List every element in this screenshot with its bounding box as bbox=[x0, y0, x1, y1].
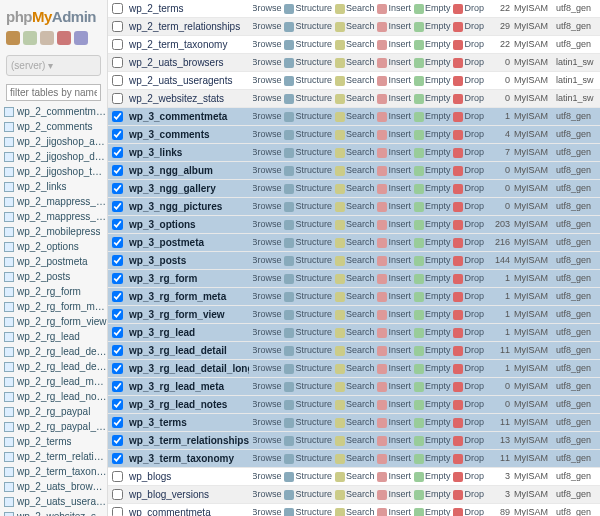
search-action[interactable]: Search bbox=[335, 399, 375, 411]
row-checkbox[interactable] bbox=[112, 201, 123, 212]
browse-action[interactable]: Browse bbox=[253, 237, 281, 249]
sidebar-item[interactable]: wp_2_jigoshop_downloadabl bbox=[4, 149, 107, 164]
drop-action[interactable]: Drop bbox=[453, 399, 484, 411]
table-name[interactable]: wp_3_rg_lead bbox=[129, 326, 249, 339]
table-name[interactable]: wp_2_terms bbox=[129, 2, 249, 15]
drop-action[interactable]: Drop bbox=[453, 327, 484, 339]
drop-action[interactable]: Drop bbox=[453, 219, 484, 231]
table-name[interactable]: wp_2_term_relationships bbox=[129, 20, 249, 33]
search-action[interactable]: Search bbox=[335, 507, 375, 516]
empty-action[interactable]: Empty bbox=[414, 237, 451, 249]
drop-action[interactable]: Drop bbox=[453, 309, 484, 321]
structure-action[interactable]: Structure bbox=[284, 435, 332, 447]
sidebar-item[interactable]: wp_2_uats_browsers bbox=[4, 479, 107, 494]
sidebar-item[interactable]: wp_2_commentmeta bbox=[4, 104, 107, 119]
insert-action[interactable]: Insert bbox=[377, 507, 411, 516]
table-name[interactable]: wp_3_links bbox=[129, 146, 249, 159]
row-checkbox[interactable] bbox=[112, 75, 123, 86]
drop-action[interactable]: Drop bbox=[453, 273, 484, 285]
insert-action[interactable]: Insert bbox=[377, 417, 411, 429]
structure-action[interactable]: Structure bbox=[284, 453, 332, 465]
insert-action[interactable]: Insert bbox=[377, 345, 411, 357]
empty-action[interactable]: Empty bbox=[414, 219, 451, 231]
structure-action[interactable]: Structure bbox=[284, 75, 332, 87]
row-checkbox[interactable] bbox=[112, 165, 123, 176]
search-action[interactable]: Search bbox=[335, 471, 375, 483]
empty-action[interactable]: Empty bbox=[414, 453, 451, 465]
structure-action[interactable]: Structure bbox=[284, 507, 332, 516]
drop-action[interactable]: Drop bbox=[453, 453, 484, 465]
search-action[interactable]: Search bbox=[335, 417, 375, 429]
sidebar-item[interactable]: wp_2_websitez_stats bbox=[4, 509, 107, 516]
sidebar-item[interactable]: wp_2_rg_lead_notes bbox=[4, 389, 107, 404]
drop-action[interactable]: Drop bbox=[453, 93, 484, 105]
row-checkbox[interactable] bbox=[112, 237, 123, 248]
browse-action[interactable]: Browse bbox=[253, 129, 281, 141]
structure-action[interactable]: Structure bbox=[284, 165, 332, 177]
browse-action[interactable]: Browse bbox=[253, 183, 281, 195]
structure-action[interactable]: Structure bbox=[284, 255, 332, 267]
row-checkbox[interactable] bbox=[112, 111, 123, 122]
row-checkbox[interactable] bbox=[112, 291, 123, 302]
browse-action[interactable]: Browse bbox=[253, 219, 281, 231]
browse-action[interactable]: Browse bbox=[253, 417, 281, 429]
empty-action[interactable]: Empty bbox=[414, 183, 451, 195]
browse-action[interactable]: Browse bbox=[253, 3, 281, 15]
search-action[interactable]: Search bbox=[335, 201, 375, 213]
search-action[interactable]: Search bbox=[335, 489, 375, 501]
drop-action[interactable]: Drop bbox=[453, 39, 484, 51]
row-checkbox[interactable] bbox=[112, 489, 123, 500]
server-selector[interactable]: (server) ▾ bbox=[6, 55, 101, 76]
structure-action[interactable]: Structure bbox=[284, 291, 332, 303]
empty-action[interactable]: Empty bbox=[414, 399, 451, 411]
table-name[interactable]: wp_3_ngg_gallery bbox=[129, 182, 249, 195]
row-checkbox[interactable] bbox=[112, 417, 123, 428]
filter-input[interactable] bbox=[6, 84, 101, 101]
sidebar-item[interactable]: wp_2_rg_form_view bbox=[4, 314, 107, 329]
insert-action[interactable]: Insert bbox=[377, 93, 411, 105]
search-action[interactable]: Search bbox=[335, 111, 375, 123]
drop-action[interactable]: Drop bbox=[453, 381, 484, 393]
drop-action[interactable]: Drop bbox=[453, 129, 484, 141]
row-checkbox[interactable] bbox=[112, 399, 123, 410]
row-checkbox[interactable] bbox=[112, 129, 123, 140]
insert-action[interactable]: Insert bbox=[377, 489, 411, 501]
empty-action[interactable]: Empty bbox=[414, 201, 451, 213]
row-checkbox[interactable] bbox=[112, 273, 123, 284]
structure-action[interactable]: Structure bbox=[284, 21, 332, 33]
row-checkbox[interactable] bbox=[112, 381, 123, 392]
home-icon[interactable] bbox=[6, 31, 20, 45]
insert-action[interactable]: Insert bbox=[377, 21, 411, 33]
search-action[interactable]: Search bbox=[335, 129, 375, 141]
row-checkbox[interactable] bbox=[112, 21, 123, 32]
browse-action[interactable]: Browse bbox=[253, 363, 281, 375]
row-checkbox[interactable] bbox=[112, 183, 123, 194]
table-name[interactable]: wp_3_comments bbox=[129, 128, 249, 141]
sidebar-item[interactable]: wp_2_links bbox=[4, 179, 107, 194]
sidebar-item[interactable]: wp_2_rg_paypal bbox=[4, 404, 107, 419]
table-name[interactable]: wp_commentmeta bbox=[129, 506, 249, 516]
browse-action[interactable]: Browse bbox=[253, 201, 281, 213]
empty-action[interactable]: Empty bbox=[414, 345, 451, 357]
drop-action[interactable]: Drop bbox=[453, 471, 484, 483]
browse-action[interactable]: Browse bbox=[253, 327, 281, 339]
sidebar-item[interactable]: wp_2_jigoshop_termmeta bbox=[4, 164, 107, 179]
structure-action[interactable]: Structure bbox=[284, 219, 332, 231]
insert-action[interactable]: Insert bbox=[377, 57, 411, 69]
insert-action[interactable]: Insert bbox=[377, 309, 411, 321]
structure-action[interactable]: Structure bbox=[284, 327, 332, 339]
empty-action[interactable]: Empty bbox=[414, 129, 451, 141]
row-checkbox[interactable] bbox=[112, 3, 123, 14]
insert-action[interactable]: Insert bbox=[377, 3, 411, 15]
table-name[interactable]: wp_3_ngg_pictures bbox=[129, 200, 249, 213]
insert-action[interactable]: Insert bbox=[377, 471, 411, 483]
insert-action[interactable]: Insert bbox=[377, 237, 411, 249]
empty-action[interactable]: Empty bbox=[414, 111, 451, 123]
structure-action[interactable]: Structure bbox=[284, 93, 332, 105]
drop-action[interactable]: Drop bbox=[453, 345, 484, 357]
table-name[interactable]: wp_2_websitez_stats bbox=[129, 92, 249, 105]
sidebar-item[interactable]: wp_2_postmeta bbox=[4, 254, 107, 269]
structure-action[interactable]: Structure bbox=[284, 345, 332, 357]
browse-action[interactable]: Browse bbox=[253, 399, 281, 411]
insert-action[interactable]: Insert bbox=[377, 255, 411, 267]
